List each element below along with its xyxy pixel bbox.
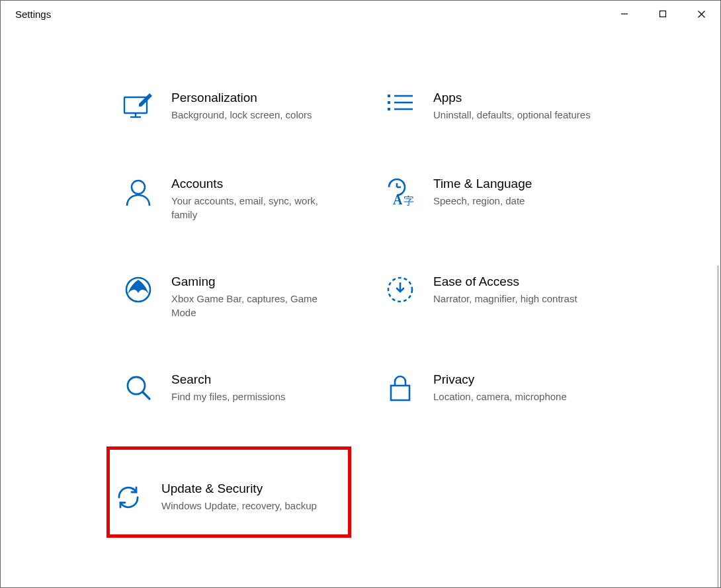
tile-desc: Background, lock screen, colors bbox=[171, 108, 312, 122]
tile-privacy[interactable]: Privacy Location, camera, microphone bbox=[382, 368, 633, 409]
accounts-icon bbox=[122, 178, 154, 210]
tile-title: Ease of Access bbox=[433, 274, 577, 289]
svg-line-22 bbox=[143, 392, 149, 399]
maximize-button[interactable] bbox=[644, 1, 682, 27]
minimize-icon bbox=[620, 10, 628, 18]
tile-title: Privacy bbox=[433, 372, 567, 387]
tile-desc: Uninstall, defaults, optional features bbox=[433, 108, 591, 122]
tile-desc: Find my files, permissions bbox=[171, 390, 286, 403]
time-language-icon: A 字 bbox=[384, 178, 416, 210]
ease-of-access-icon bbox=[384, 276, 416, 308]
minimize-button[interactable] bbox=[605, 1, 644, 27]
settings-grid: Personalization Background, lock screen,… bbox=[120, 87, 636, 538]
tile-desc: Xbox Game Bar, captures, Game Mode bbox=[171, 292, 343, 319]
tile-title: Time & Language bbox=[433, 177, 532, 191]
svg-rect-8 bbox=[388, 101, 390, 104]
tile-desc: Speech, region, date bbox=[433, 194, 532, 208]
close-icon bbox=[697, 10, 706, 19]
tile-accounts[interactable]: Accounts Your accounts, email, sync, wor… bbox=[120, 173, 358, 226]
personalization-icon bbox=[122, 92, 154, 124]
tile-title: Gaming bbox=[171, 274, 343, 289]
tile-desc: Location, camera, microphone bbox=[433, 390, 567, 403]
settings-window: Settings bbox=[0, 0, 721, 588]
content-area: Personalization Background, lock screen,… bbox=[1, 27, 720, 587]
update-security-icon bbox=[112, 483, 144, 515]
tile-title: Accounts bbox=[171, 177, 343, 191]
svg-point-13 bbox=[132, 181, 145, 194]
tile-desc: Your accounts, email, sync, work, family bbox=[171, 194, 343, 222]
tile-title: Apps bbox=[433, 91, 591, 105]
svg-rect-23 bbox=[391, 386, 409, 400]
maximize-icon bbox=[659, 10, 667, 18]
gaming-icon bbox=[122, 276, 154, 308]
svg-rect-1 bbox=[660, 11, 666, 17]
svg-rect-7 bbox=[388, 95, 390, 97]
tile-search[interactable]: Search Find my files, permissions bbox=[120, 368, 358, 409]
titlebar: Settings bbox=[1, 1, 720, 27]
window-title: Settings bbox=[15, 9, 51, 20]
svg-text:A: A bbox=[393, 192, 403, 207]
search-icon bbox=[122, 374, 154, 405]
tile-desc: Windows Update, recovery, backup bbox=[161, 499, 317, 513]
tile-personalization[interactable]: Personalization Background, lock screen,… bbox=[120, 87, 358, 128]
tile-update-security[interactable]: Update & Security Windows Update, recove… bbox=[106, 446, 351, 538]
scrollbar[interactable] bbox=[717, 265, 719, 588]
privacy-icon bbox=[384, 374, 416, 405]
tile-title: Update & Security bbox=[161, 482, 317, 496]
tile-time-language[interactable]: A 字 Time & Language Speech, region, date bbox=[382, 173, 633, 226]
window-controls bbox=[605, 1, 720, 27]
svg-text:字: 字 bbox=[403, 195, 414, 206]
tile-title: Personalization bbox=[171, 91, 312, 105]
tile-ease-of-access[interactable]: Ease of Access Narrator, magnifier, high… bbox=[382, 271, 633, 323]
tile-gaming[interactable]: Gaming Xbox Game Bar, captures, Game Mod… bbox=[120, 271, 358, 323]
apps-icon bbox=[384, 92, 416, 124]
svg-rect-9 bbox=[388, 108, 390, 110]
tile-apps[interactable]: Apps Uninstall, defaults, optional featu… bbox=[382, 87, 633, 128]
close-button[interactable] bbox=[682, 1, 720, 27]
tile-title: Search bbox=[171, 372, 286, 387]
tile-desc: Narrator, magnifier, high contrast bbox=[433, 292, 577, 306]
